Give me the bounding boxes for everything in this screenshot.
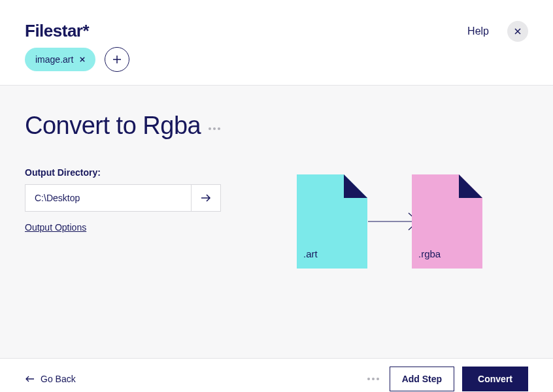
source-file-visual: .art <box>297 174 367 269</box>
file-chip-label: image.art <box>35 54 73 65</box>
conversion-diagram: .art .rgba <box>297 174 482 269</box>
arrow-right-icon <box>200 193 212 203</box>
file-chip-remove[interactable] <box>80 55 85 64</box>
output-directory-label: Output Directory: <box>25 167 221 178</box>
close-icon <box>514 28 521 35</box>
output-options-link[interactable]: Output Options <box>25 222 221 233</box>
go-back-button[interactable]: Go Back <box>25 374 76 384</box>
close-icon <box>80 57 85 62</box>
more-options-icon[interactable] <box>209 127 220 130</box>
target-file-visual: .rgba <box>412 174 482 269</box>
convert-button[interactable]: Convert <box>462 367 528 391</box>
output-directory-input[interactable] <box>25 184 191 212</box>
arrow-left-icon <box>25 375 35 383</box>
footer-more-icon[interactable] <box>367 378 379 380</box>
file-chip[interactable]: image.art <box>25 48 95 71</box>
browse-directory-button[interactable] <box>191 184 221 212</box>
page-title: Convert to Rgba <box>25 112 220 140</box>
target-file-ext: .rgba <box>418 248 441 259</box>
add-step-button[interactable]: Add Step <box>390 367 454 391</box>
close-button[interactable] <box>507 21 528 42</box>
help-link[interactable]: Help <box>467 25 489 37</box>
go-back-label: Go Back <box>41 374 76 384</box>
app-logo: Filestar* <box>25 21 89 41</box>
add-file-button[interactable] <box>105 47 129 72</box>
plus-icon <box>112 55 122 64</box>
source-file-ext: .art <box>303 248 318 259</box>
